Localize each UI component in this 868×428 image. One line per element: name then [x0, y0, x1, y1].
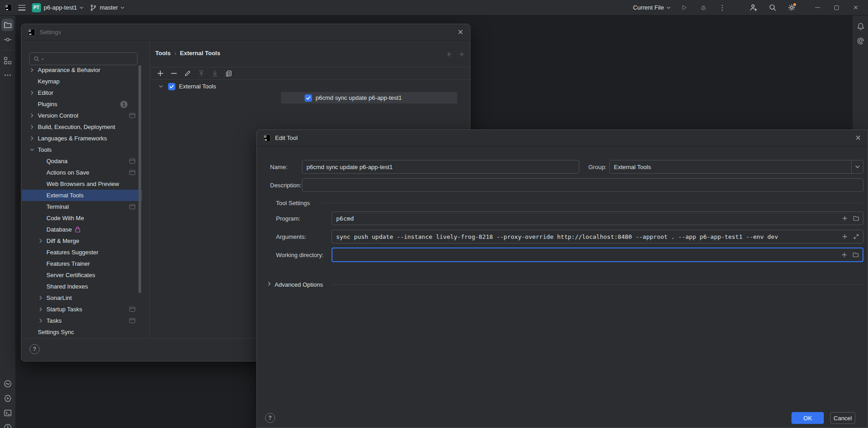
settings-sidebar-item-plugins[interactable]: Plugins1 — [22, 98, 142, 110]
chevron-right-icon[interactable] — [39, 239, 46, 243]
expand-icon[interactable] — [852, 232, 861, 241]
chevron-right-icon[interactable] — [39, 319, 46, 323]
insert-macro-plus-icon[interactable] — [840, 250, 849, 259]
close-icon[interactable]: ✕ — [855, 134, 861, 142]
settings-sidebar-item-settings-sync[interactable]: Settings Sync — [22, 326, 142, 338]
browse-folder-icon[interactable] — [851, 250, 860, 259]
tool-entry-checkbox[interactable] — [305, 94, 312, 102]
minimize-button[interactable] — [810, 2, 825, 14]
settings-sidebar-item-code-with-me[interactable]: Code With Me — [22, 212, 142, 224]
settings-sidebar-item-build-execution-deployment[interactable]: Build, Execution, Deployment — [22, 121, 142, 133]
settings-gear-icon[interactable] — [786, 2, 797, 13]
name-input[interactable] — [302, 160, 579, 173]
chevron-right-icon[interactable] — [267, 282, 271, 286]
settings-sidebar-item-tasks[interactable]: Tasks — [22, 315, 142, 326]
run-icon[interactable] — [679, 2, 689, 13]
help-button[interactable]: ? — [265, 413, 275, 423]
settings-sidebar-item-features-trainer[interactable]: Features Trainer — [22, 258, 142, 269]
problems-icon[interactable] — [1, 377, 14, 390]
settings-sidebar-item-editor[interactable]: Editor — [22, 87, 142, 98]
ok-button[interactable]: OK — [791, 412, 824, 424]
help-button[interactable]: ? — [30, 344, 40, 354]
add-icon[interactable] — [156, 69, 165, 78]
sidebar-item-label: External Tools — [46, 192, 83, 199]
browse-folder-icon[interactable] — [852, 214, 861, 223]
cancel-button[interactable]: Cancel — [830, 412, 855, 424]
working-directory-input[interactable] — [332, 248, 840, 261]
clock-icon[interactable] — [1, 421, 14, 428]
close-window-button[interactable]: × — [848, 2, 863, 14]
sidebar-scrollbar[interactable] — [138, 65, 141, 293]
settings-sidebar-item-startup-tasks[interactable]: Startup Tasks — [22, 304, 142, 315]
settings-sidebar-item-terminal[interactable]: Terminal — [22, 201, 142, 212]
ide-window: PT p6-app-test1 master Current File ⋮ — [0, 0, 868, 428]
forward-arrow-icon[interactable] — [458, 51, 465, 58]
settings-sidebar-item-shared-indexes[interactable]: Shared Indexes — [22, 281, 142, 292]
chevron-right-icon[interactable] — [30, 125, 38, 129]
settings-sidebar-item-languages-frameworks[interactable]: Languages & Frameworks — [22, 133, 142, 144]
edit-tool-titlebar[interactable]: Edit Tool ✕ — [257, 130, 868, 146]
external-tools-checkbox[interactable] — [168, 83, 175, 90]
notifications-icon[interactable] — [854, 20, 867, 32]
back-arrow-icon[interactable] — [445, 51, 453, 58]
edit-icon[interactable] — [183, 69, 192, 78]
sidebar-item-label: Features Trainer — [46, 260, 90, 267]
breadcrumb-external-tools[interactable]: External Tools — [180, 50, 220, 57]
debug-icon[interactable] — [698, 2, 709, 13]
settings-sidebar-item-actions-on-save[interactable]: Actions on Save — [22, 167, 142, 178]
chevron-right-icon[interactable] — [30, 136, 38, 140]
arguments-input[interactable] — [332, 230, 840, 243]
group-combobox[interactable] — [609, 160, 863, 174]
chevron-right-icon[interactable] — [30, 91, 38, 95]
more-actions-icon[interactable]: ⋮ — [717, 2, 728, 13]
settings-sidebar-item-server-certificates[interactable]: Server Certificates — [22, 269, 142, 281]
search-everywhere-icon[interactable] — [767, 2, 778, 13]
chevron-right-icon[interactable] — [39, 307, 46, 311]
description-input[interactable] — [302, 179, 863, 191]
copy-icon[interactable] — [224, 69, 233, 78]
settings-sidebar-item-diff-merge[interactable]: Diff & Merge — [22, 235, 142, 247]
settings-sidebar-item-tools[interactable]: Tools — [22, 144, 142, 155]
settings-sidebar-item-external-tools[interactable]: External Tools — [22, 190, 142, 201]
settings-search-input[interactable] — [29, 52, 138, 65]
main-menu-icon[interactable] — [18, 5, 26, 10]
chevron-right-icon[interactable] — [30, 68, 38, 72]
project-folder-icon[interactable] — [1, 19, 14, 31]
settings-sidebar-item-keymap[interactable]: Keymap — [22, 76, 142, 87]
external-tools-group-row[interactable]: External Tools — [150, 81, 470, 92]
project-widget[interactable]: PT p6-app-test1 — [32, 3, 83, 12]
ai-assistant-icon[interactable] — [854, 35, 867, 47]
chevron-right-icon[interactable] — [30, 113, 38, 118]
settings-sidebar-item-web-browsers-and-preview[interactable]: Web Browsers and Preview — [22, 178, 142, 190]
program-input[interactable] — [332, 212, 840, 225]
run-configuration-selector[interactable]: Current File — [633, 4, 670, 11]
tool-entry-row[interactable]: p6cmd sync update p6-app-test1 — [150, 92, 470, 103]
maximize-button[interactable] — [829, 2, 844, 14]
commit-icon[interactable] — [1, 33, 14, 46]
structure-icon[interactable] — [1, 54, 14, 67]
settings-dialog-titlebar[interactable]: Settings ✕ — [21, 24, 470, 41]
chevron-down-icon[interactable] — [159, 84, 165, 88]
terminal-icon[interactable] — [1, 407, 14, 419]
ide-settings-indicator-icon — [129, 159, 135, 164]
breadcrumb-tools[interactable]: Tools — [155, 50, 171, 57]
settings-sidebar-item-qodana[interactable]: Qodana — [22, 155, 142, 167]
settings-sidebar-item-sonarlint[interactable]: SonarLint — [22, 292, 142, 304]
insert-macro-plus-icon[interactable] — [840, 214, 849, 223]
chevron-down-icon[interactable] — [851, 160, 863, 173]
settings-sidebar-item-version-control[interactable]: Version Control — [22, 110, 142, 121]
insert-macro-plus-icon[interactable] — [840, 232, 849, 241]
more-icon[interactable] — [1, 69, 14, 81]
chevron-right-icon[interactable] — [39, 296, 46, 300]
chevron-down-icon[interactable] — [30, 148, 38, 152]
vcs-widget[interactable]: master — [90, 4, 124, 11]
remove-icon[interactable] — [169, 69, 179, 78]
settings-sidebar-item-features-suggester[interactable]: Features Suggester — [22, 247, 142, 258]
add-user-icon[interactable] — [748, 2, 759, 13]
settings-sidebar-item-appearance-behavior[interactable]: Appearance & Behavior — [22, 64, 142, 76]
advanced-options-toggle[interactable]: Advanced Options — [275, 281, 323, 288]
settings-sidebar-item-database[interactable]: Database — [22, 224, 142, 235]
close-icon[interactable]: ✕ — [458, 29, 464, 36]
services-icon[interactable] — [1, 392, 14, 404]
group-value[interactable] — [610, 160, 851, 173]
